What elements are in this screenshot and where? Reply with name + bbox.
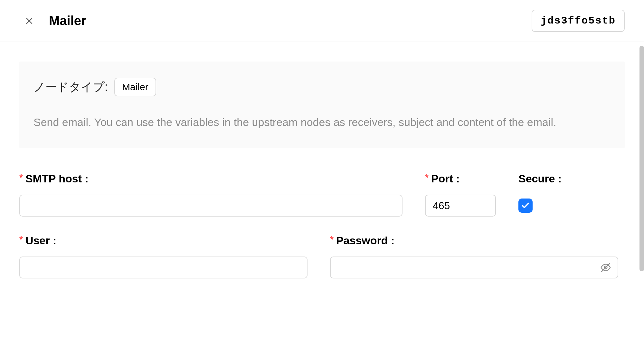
smtp-host-field: * SMTP host :	[19, 172, 402, 217]
password-field: * Password :	[330, 234, 618, 278]
user-label-text: User :	[25, 234, 56, 247]
password-input-wrapper	[330, 257, 618, 278]
port-input[interactable]	[425, 195, 496, 217]
smtp-host-label: * SMTP host :	[19, 172, 402, 185]
smtp-host-label-text: SMTP host :	[25, 172, 89, 185]
header-left: Mailer	[24, 14, 86, 28]
user-label: * User :	[19, 234, 308, 247]
form-row-2: * User : * Password :	[19, 234, 625, 278]
port-label-text: Port :	[431, 172, 460, 185]
close-icon[interactable]	[24, 16, 34, 26]
port-field: * Port :	[425, 172, 496, 217]
content-area: ノードタイプ: Mailer Send email. You can use t…	[0, 42, 644, 278]
port-label: * Port :	[425, 172, 496, 185]
smtp-host-input[interactable]	[19, 195, 402, 217]
page-title: Mailer	[49, 14, 86, 28]
password-label-text: Password :	[336, 234, 394, 247]
required-marker: *	[19, 172, 23, 183]
user-field: * User :	[19, 234, 308, 278]
password-input[interactable]	[330, 257, 618, 278]
eye-invisible-icon[interactable]	[600, 262, 611, 273]
required-marker: *	[19, 234, 23, 245]
node-type-label: ノードタイプ:	[33, 79, 108, 95]
node-id-badge: jds3ffo5stb	[532, 10, 625, 32]
secure-label-text: Secure :	[518, 172, 562, 185]
node-type-tag: Mailer	[114, 78, 156, 96]
scrollbar-thumb[interactable]	[639, 46, 644, 271]
user-input[interactable]	[19, 257, 308, 278]
secure-checkbox[interactable]	[518, 199, 533, 213]
secure-label: Secure :	[518, 172, 589, 185]
node-type-row: ノードタイプ: Mailer	[33, 78, 611, 96]
required-marker: *	[330, 234, 334, 245]
secure-field: Secure :	[518, 172, 589, 217]
panel-header: Mailer jds3ffo5stb	[0, 0, 644, 42]
required-marker: *	[425, 172, 429, 183]
node-description: Send email. You can use the variables in…	[33, 114, 611, 131]
form-row-1: * SMTP host : * Port : Secure :	[19, 172, 625, 217]
info-box: ノードタイプ: Mailer Send email. You can use t…	[19, 62, 625, 148]
password-label: * Password :	[330, 234, 618, 247]
secure-checkbox-wrapper	[518, 195, 589, 217]
